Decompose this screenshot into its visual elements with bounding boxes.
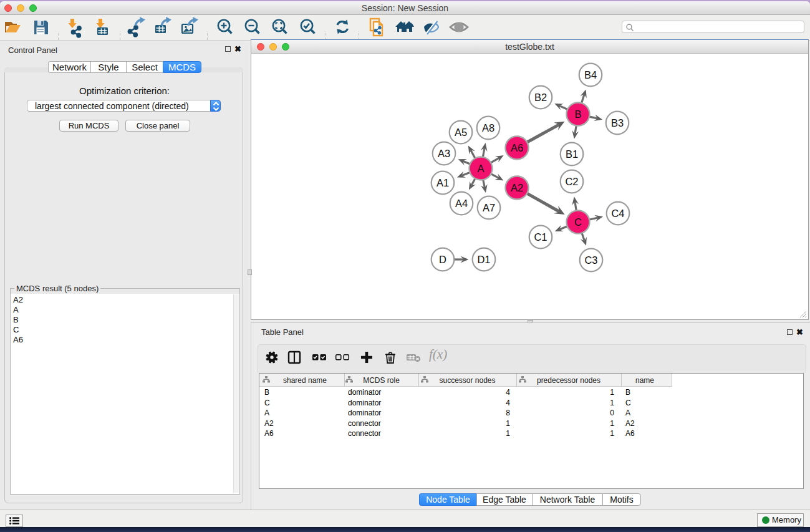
svg-text:C: C [574, 216, 582, 228]
svg-text:C2: C2 [565, 176, 578, 187]
svg-text:B1: B1 [566, 148, 578, 160]
svg-text:D: D [439, 254, 446, 265]
svg-text:B4: B4 [584, 69, 597, 80]
svg-text:C4: C4 [611, 208, 624, 219]
svg-text:A8: A8 [482, 122, 494, 133]
svg-text:A5: A5 [455, 127, 467, 138]
svg-text:B3: B3 [611, 117, 624, 128]
svg-text:A4: A4 [455, 198, 468, 209]
svg-text:B: B [574, 109, 581, 120]
svg-text:A: A [477, 163, 484, 174]
svg-text:B2: B2 [534, 92, 547, 103]
svg-text:A1: A1 [436, 177, 449, 188]
svg-text:A3: A3 [438, 148, 450, 159]
svg-text:C3: C3 [584, 254, 597, 266]
svg-text:D1: D1 [477, 254, 490, 265]
svg-text:A2: A2 [511, 182, 523, 193]
svg-text:C1: C1 [534, 231, 547, 243]
svg-text:A6: A6 [511, 142, 523, 153]
svg-text:A7: A7 [483, 202, 495, 213]
